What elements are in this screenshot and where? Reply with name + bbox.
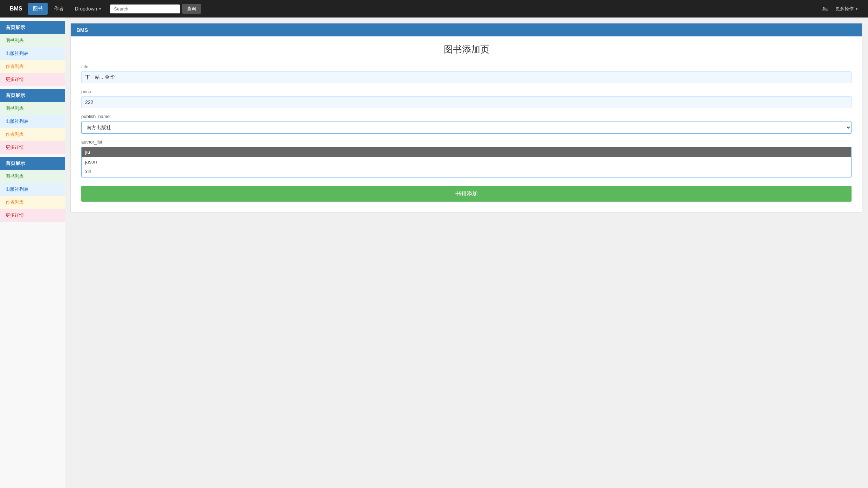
content-box: BMS 图书添加页 title: price: publish_name: xyxy=(70,23,862,212)
sidebar-item-author-list-2[interactable]: 作者列表 xyxy=(0,128,65,141)
content-body: 图书添加页 title: price: publish_name: 南方出版社 xyxy=(71,36,862,212)
title-input[interactable] xyxy=(81,71,852,83)
search-input[interactable] xyxy=(110,4,180,14)
sidebar-header-2[interactable]: 首页展示 xyxy=(0,89,65,102)
layout: 首页展示 图书列表 出版社列表 作者列表 更多详情 首页展示 图书列表 xyxy=(0,18,868,488)
submit-button[interactable]: 书籍添加 xyxy=(81,186,852,202)
main-content: BMS 图书添加页 title: price: publish_name: xyxy=(65,18,868,488)
sidebar-item-more-detail-3[interactable]: 更多详情 xyxy=(0,209,65,222)
author-listbox[interactable]: jia jason xin wei xyxy=(81,147,852,177)
sidebar-item-publish-list-3[interactable]: 出版社列表 xyxy=(0,183,65,196)
author-item-jia[interactable]: jia xyxy=(82,147,851,157)
sidebar-section-2: 首页展示 图书列表 出版社列表 作者列表 更多详情 xyxy=(0,89,65,154)
form-group-price: price: xyxy=(81,89,852,108)
sidebar-section-1: 首页展示 图书列表 出版社列表 作者列表 更多详情 xyxy=(0,21,65,86)
sidebar-item-more-detail-2[interactable]: 更多详情 xyxy=(0,141,65,154)
sidebar-item-author-list-3[interactable]: 作者列表 xyxy=(0,196,65,209)
author-item-xin[interactable]: xin xyxy=(82,167,851,176)
sidebar-section-3: 首页展示 图书列表 出版社列表 作者列表 更多详情 xyxy=(0,157,65,222)
sidebar-header-1[interactable]: 首页展示 xyxy=(0,21,65,34)
sidebar-header-3[interactable]: 首页展示 xyxy=(0,157,65,170)
title-label: title: xyxy=(81,64,852,69)
form-group-publish: publish_name: 南方出版社 北方出版社 东方出版社 xyxy=(81,114,852,134)
author-item-wei[interactable]: wei xyxy=(82,176,851,177)
nav-item-authors[interactable]: 作者 xyxy=(49,3,69,15)
sidebar: 首页展示 图书列表 出版社列表 作者列表 更多详情 首页展示 图书列表 xyxy=(0,18,65,488)
publish-name-label: publish_name: xyxy=(81,114,852,119)
publish-name-select[interactable]: 南方出版社 北方出版社 东方出版社 xyxy=(81,121,852,134)
price-input[interactable] xyxy=(81,96,852,108)
author-item-jason[interactable]: jason xyxy=(82,157,851,167)
navbar-brand[interactable]: BMS xyxy=(6,3,27,15)
navbar: BMS 图书 作者 Dropdown ▾ 查询 Jia 更多操作 ▾ xyxy=(0,0,868,18)
chevron-down-icon: ▾ xyxy=(99,7,101,11)
nav-right: Jia 更多操作 ▾ xyxy=(822,3,862,15)
sidebar-item-book-list-1[interactable]: 图书列表 xyxy=(0,34,65,47)
search-wrapper: 查询 xyxy=(110,4,201,14)
sidebar-item-author-list-1[interactable]: 作者列表 xyxy=(0,60,65,73)
search-button[interactable]: 查询 xyxy=(182,4,201,14)
sidebar-item-book-list-2[interactable]: 图书列表 xyxy=(0,102,65,115)
author-list-label: author_list: xyxy=(81,139,852,145)
nav-user: Jia xyxy=(822,6,828,12)
form-group-title: title: xyxy=(81,64,852,83)
nav-more-actions[interactable]: 更多操作 ▾ xyxy=(831,3,862,15)
sidebar-item-publish-list-2[interactable]: 出版社列表 xyxy=(0,115,65,128)
nav-dropdown[interactable]: Dropdown ▾ xyxy=(70,3,106,14)
form-group-author-list: author_list: jia jason xin wei xyxy=(81,139,852,177)
more-chevron-icon: ▾ xyxy=(856,7,857,11)
content-header: BMS xyxy=(71,23,862,36)
sidebar-item-publish-list-1[interactable]: 出版社列表 xyxy=(0,47,65,60)
nav-item-books[interactable]: 图书 xyxy=(28,3,48,15)
page-title: 图书添加页 xyxy=(81,43,852,56)
sidebar-item-book-list-3[interactable]: 图书列表 xyxy=(0,170,65,183)
price-label: price: xyxy=(81,89,852,94)
sidebar-item-more-detail-1[interactable]: 更多详情 xyxy=(0,73,65,86)
